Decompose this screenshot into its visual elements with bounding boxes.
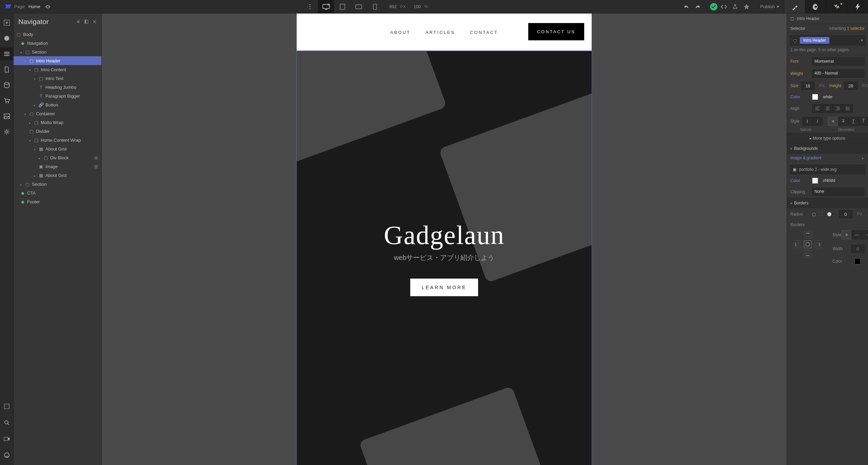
- inheriting-label[interactable]: Inheriting 1 selector: [829, 26, 865, 31]
- border-dashed-icon[interactable]: ┄: [862, 230, 868, 239]
- decoration-none-icon[interactable]: ✕: [828, 117, 838, 126]
- breakpoint-mobile-icon[interactable]: [367, 0, 383, 13]
- export-icon[interactable]: [732, 4, 744, 9]
- tree-node-section[interactable]: ▢Section: [14, 47, 101, 56]
- caret-icon[interactable]: [20, 182, 23, 187]
- border-color-swatch[interactable]: [854, 258, 861, 264]
- bg-color-value[interactable]: #f4f4f4: [821, 178, 835, 183]
- hero-subtitle[interactable]: webサービス・アプリ紹介しよう: [384, 253, 505, 262]
- align-left-icon[interactable]: [812, 104, 822, 113]
- class-chip[interactable]: Intro Header: [800, 37, 829, 44]
- selector-field[interactable]: ▢ Intro Header ▾: [790, 35, 865, 45]
- breakpoint-mobile-landscape-icon[interactable]: [351, 0, 367, 13]
- audit-icon[interactable]: [744, 4, 755, 9]
- preview-icon[interactable]: [45, 4, 51, 9]
- radius-input[interactable]: [839, 210, 852, 218]
- assets-icon[interactable]: [0, 110, 14, 123]
- bg-color-swatch[interactable]: [812, 178, 818, 184]
- webflow-logo-icon[interactable]: [4, 3, 12, 11]
- tree-node-home-content-wrap[interactable]: ▢Home Content Wrap: [14, 136, 101, 144]
- border-width-input[interactable]: [851, 245, 865, 253]
- border-bottom-icon[interactable]: [804, 250, 811, 258]
- more-icon[interactable]: [302, 0, 318, 13]
- tree-node-cta[interactable]: ◆CTA: [14, 188, 101, 197]
- settings-icon[interactable]: [0, 125, 14, 138]
- border-left-icon[interactable]: [794, 241, 801, 248]
- border-all-icon[interactable]: [804, 241, 811, 248]
- navigator-icon[interactable]: [0, 47, 14, 60]
- interactions-tab-icon[interactable]: [847, 0, 868, 13]
- breakpoint-tablet-icon[interactable]: [334, 0, 351, 13]
- nav-link-articles[interactable]: ARTICLES: [426, 30, 455, 35]
- tree-node-container[interactable]: ▢Container: [14, 109, 101, 118]
- caret-icon[interactable]: [39, 155, 41, 160]
- border-solid-icon[interactable]: —: [852, 230, 862, 239]
- backgrounds-section[interactable]: Backgrounds: [787, 143, 868, 154]
- style-manager-tab-icon[interactable]: [826, 0, 847, 13]
- tree-node-intro-content[interactable]: ▢Intro Content: [14, 65, 101, 74]
- collapse-icon[interactable]: [76, 20, 80, 24]
- tree-node-divider[interactable]: ▢Divider: [14, 127, 101, 136]
- caret-icon[interactable]: [34, 173, 37, 178]
- code-icon[interactable]: [721, 4, 732, 9]
- tree-node-intro-text[interactable]: ▢Intro Text: [14, 74, 101, 83]
- search-icon[interactable]: [0, 416, 14, 429]
- border-none-icon[interactable]: ✕: [842, 230, 852, 239]
- video-icon[interactable]: [0, 432, 14, 445]
- caret-icon[interactable]: [24, 58, 27, 63]
- weight-select[interactable]: 400 - Normal: [812, 69, 865, 78]
- grid-position-icon[interactable]: ⊞: [94, 155, 98, 160]
- caret-icon[interactable]: [29, 67, 32, 72]
- caret-icon[interactable]: [20, 49, 23, 55]
- align-center-icon[interactable]: [822, 104, 832, 113]
- redo-icon[interactable]: [695, 4, 707, 9]
- tree-node-body[interactable]: ▢Body: [14, 30, 101, 39]
- tree-node-paragraph-bigger[interactable]: TParagraph Bigger: [14, 92, 101, 100]
- close-icon[interactable]: [93, 20, 97, 24]
- dock-icon[interactable]: [84, 20, 88, 24]
- hero-section[interactable]: Gadgelaun webサービス・アプリ紹介しよう LEARN MORE: [297, 51, 592, 465]
- tutorials-icon[interactable]: [0, 400, 14, 413]
- text-color-value[interactable]: white: [821, 95, 832, 99]
- caret-icon[interactable]: [24, 111, 27, 116]
- symbols-icon[interactable]: [0, 32, 14, 45]
- borders-section[interactable]: Borders: [787, 198, 868, 208]
- add-element-icon[interactable]: [0, 16, 14, 29]
- align-justify-icon[interactable]: [843, 104, 853, 113]
- clipping-select[interactable]: None: [812, 188, 865, 196]
- border-top-icon[interactable]: [804, 231, 811, 239]
- size-input[interactable]: [801, 82, 814, 90]
- caret-icon[interactable]: [29, 120, 32, 125]
- caret-icon[interactable]: [34, 146, 37, 151]
- tree-node-footer[interactable]: ◆Footer: [14, 197, 101, 206]
- decoration-overline-icon[interactable]: T: [859, 117, 868, 126]
- settings-panel-tab-icon[interactable]: [805, 0, 826, 13]
- radius-slider[interactable]: [827, 214, 834, 215]
- publish-button[interactable]: Publish▾: [755, 4, 784, 9]
- border-right-icon[interactable]: [814, 241, 822, 248]
- hero-title[interactable]: Gadgelaun: [384, 220, 505, 250]
- caret-icon[interactable]: [34, 76, 37, 81]
- page-name[interactable]: Home: [28, 4, 40, 9]
- nav-link-about[interactable]: ABOUT: [390, 30, 411, 35]
- caret-icon[interactable]: [34, 102, 37, 107]
- radius-all-icon[interactable]: ▢: [812, 212, 816, 217]
- canvas[interactable]: ABOUT ARTICLES CONTACT CONTACT US Gadgel…: [297, 14, 592, 465]
- font-select[interactable]: Montserrat: [812, 57, 865, 65]
- tree-node-about-grid-2[interactable]: ▦About Grid: [14, 171, 101, 180]
- tree-node-intro-header[interactable]: ▢Intro Header: [14, 56, 101, 65]
- radius-individual-icon[interactable]: ⛶: [818, 212, 823, 217]
- breadcrumb[interactable]: Intro Header: [797, 16, 820, 21]
- breakpoint-desktop-icon[interactable]: [318, 0, 334, 13]
- more-type-options[interactable]: ▸ More type options: [787, 133, 868, 143]
- tree-node-navigation[interactable]: ◆Navigation: [14, 39, 101, 47]
- tree-node-button[interactable]: 🔗Button: [14, 100, 101, 109]
- tree-node-heading-jumbo[interactable]: THeading Jumbo: [14, 83, 101, 92]
- nav-link-contact[interactable]: CONTACT: [470, 30, 498, 35]
- contact-us-button[interactable]: CONTACT US: [528, 23, 584, 40]
- italic-icon[interactable]: I: [812, 117, 823, 126]
- tree-node-section-2[interactable]: ▢Section: [14, 180, 101, 188]
- caret-icon[interactable]: [29, 138, 32, 143]
- undo-icon[interactable]: [684, 4, 695, 9]
- help-icon[interactable]: [0, 449, 14, 462]
